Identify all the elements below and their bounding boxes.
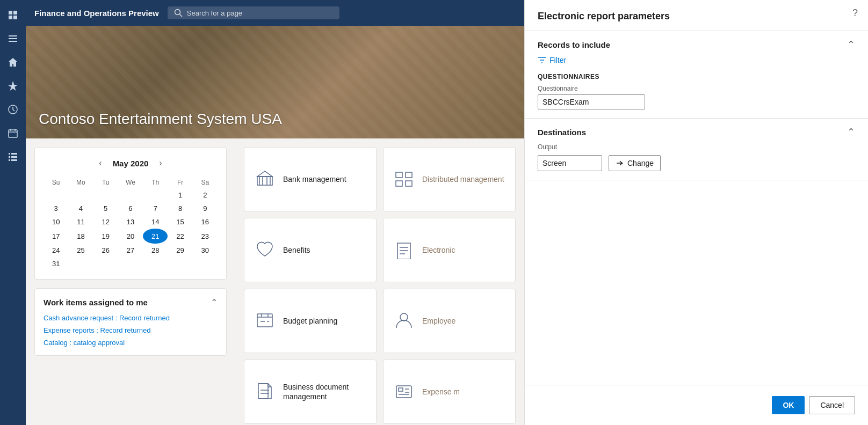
calendar-day[interactable]: 20 xyxy=(118,229,143,244)
nav-star-icon[interactable] xyxy=(2,75,24,97)
content-area: Contoso Entertainment System USA ‹ May 2… xyxy=(26,26,524,425)
tile-icon-electronic xyxy=(394,240,414,261)
tile-item[interactable]: Employee xyxy=(383,289,516,353)
svg-point-36 xyxy=(400,313,408,321)
tile-icon-benefits xyxy=(255,240,274,261)
calendar-day[interactable]: 29 xyxy=(168,244,192,257)
destinations-section: Destinations ⌃ Output Screen Change xyxy=(525,119,868,180)
right-panel: Electronic report parameters Records to … xyxy=(524,0,868,425)
tile-icon-budget xyxy=(255,311,274,332)
svg-rect-41 xyxy=(399,388,403,391)
main-area: Finance and Operations Preview Search fo… xyxy=(26,0,524,425)
search-box[interactable]: Search for a page xyxy=(168,6,339,19)
calendar-day[interactable]: 12 xyxy=(93,215,118,229)
calendar-day[interactable]: 5 xyxy=(93,202,118,215)
tile-item[interactable]: Business document management xyxy=(244,360,377,424)
calendar-day-header: Fr xyxy=(168,177,192,188)
tile-icon-document xyxy=(255,382,274,402)
svg-rect-25 xyxy=(396,181,402,186)
tile-item[interactable]: Expense m xyxy=(383,360,516,424)
change-icon xyxy=(616,159,624,167)
svg-rect-6 xyxy=(9,41,17,42)
calendar-next-btn[interactable]: › xyxy=(157,156,164,170)
work-item-link[interactable]: Cash advance request : Record returned xyxy=(44,314,218,322)
work-item-link[interactable]: Catalog : catalog approval xyxy=(44,339,218,347)
filter-button[interactable]: Filter xyxy=(538,56,566,64)
records-section-toggle[interactable]: ⌃ xyxy=(847,40,855,49)
tile-item[interactable]: Electronic xyxy=(383,218,516,282)
tile-label: Benefits xyxy=(283,245,310,255)
nav-calendar-icon[interactable] xyxy=(2,122,24,144)
calendar-day[interactable]: 28 xyxy=(143,244,168,257)
banner: Contoso Entertainment System USA xyxy=(26,26,524,138)
calendar-widget: ‹ May 2020 › SuMoTuWeThFrSa 123456789101… xyxy=(34,147,227,280)
records-section: Records to include ⌃ Filter QUESTIONNAIR… xyxy=(525,31,868,119)
calendar-day[interactable]: 31 xyxy=(44,257,68,270)
calendar-grid: SuMoTuWeThFrSa 1234567891011121314151617… xyxy=(44,177,218,270)
calendar-day[interactable]: 26 xyxy=(93,244,118,257)
calendar-day[interactable]: 1 xyxy=(168,188,192,202)
change-button[interactable]: Change xyxy=(609,155,661,171)
questionnaire-input[interactable] xyxy=(538,94,645,109)
calendar-day[interactable]: 16 xyxy=(193,215,218,229)
nav-list-icon[interactable] xyxy=(2,146,24,167)
panel-header: Electronic report parameters xyxy=(525,0,868,31)
help-icon[interactable]: ? xyxy=(847,4,864,21)
calendar-day[interactable]: 8 xyxy=(168,202,192,215)
calendar-day[interactable]: 15 xyxy=(168,215,192,229)
calendar-day[interactable]: 11 xyxy=(68,215,93,229)
calendar-day[interactable]: 30 xyxy=(193,244,218,257)
nav-hamburger-icon[interactable] xyxy=(2,28,24,49)
calendar-day[interactable]: 13 xyxy=(118,215,143,229)
calendar-day[interactable]: 24 xyxy=(44,244,68,257)
calendar-day-header: Sa xyxy=(193,177,218,188)
ok-button[interactable]: OK xyxy=(772,396,805,414)
calendar-day[interactable]: 4 xyxy=(68,202,93,215)
questionnaire-field-label: Questionnaire xyxy=(538,85,855,92)
svg-rect-31 xyxy=(257,314,272,327)
calendar-day[interactable]: 6 xyxy=(118,202,143,215)
svg-rect-1 xyxy=(13,11,17,14)
work-items-collapse-btn[interactable]: ⌃ xyxy=(211,297,218,307)
tile-item[interactable]: Budget planning xyxy=(244,289,377,353)
calendar-day[interactable]: 22 xyxy=(168,229,192,244)
calendar-day[interactable]: 14 xyxy=(143,215,168,229)
tile-item[interactable]: Benefits xyxy=(244,218,377,282)
calendar-day[interactable]: 17 xyxy=(44,229,68,244)
work-item-link[interactable]: Expense reports : Record returned xyxy=(44,326,218,334)
banner-title: Contoso Entertainment System USA xyxy=(39,111,282,128)
search-icon xyxy=(174,9,183,17)
nav-home-icon[interactable] xyxy=(2,52,24,73)
work-items-widget: Work items assigned to me ⌃ Cash advance… xyxy=(34,288,227,356)
calendar-day[interactable]: 7 xyxy=(143,202,168,215)
tile-item[interactable]: Distributed management xyxy=(383,147,516,211)
svg-rect-11 xyxy=(9,156,10,158)
calendar-header: ‹ May 2020 › xyxy=(44,156,218,170)
calendar-day[interactable]: 21 xyxy=(143,229,168,244)
calendar-day[interactable]: 10 xyxy=(44,215,68,229)
nav-grid-icon[interactable] xyxy=(2,4,24,26)
calendar-day[interactable]: 19 xyxy=(93,229,118,244)
cancel-button[interactable]: Cancel xyxy=(809,396,855,414)
svg-rect-14 xyxy=(11,159,17,161)
calendar-day[interactable]: 2 xyxy=(193,188,218,202)
calendar-day[interactable]: 23 xyxy=(193,229,218,244)
calendar-day[interactable]: 25 xyxy=(68,244,93,257)
calendar-day[interactable]: 18 xyxy=(68,229,93,244)
calendar-day[interactable]: 27 xyxy=(118,244,143,257)
work-items-header: Work items assigned to me ⌃ xyxy=(44,297,218,307)
tile-item[interactable]: Bank management xyxy=(244,147,377,211)
calendar-day[interactable]: 9 xyxy=(193,202,218,215)
tile-label: Expense m xyxy=(422,387,460,397)
nav-clock-icon[interactable] xyxy=(2,99,24,120)
calendar-day-header: Su xyxy=(44,177,68,188)
calendar-day[interactable]: 3 xyxy=(44,202,68,215)
svg-rect-10 xyxy=(11,153,17,155)
tile-icon-expense xyxy=(394,382,414,402)
tile-label: Business document management xyxy=(283,382,365,401)
panel-footer: OK Cancel xyxy=(525,385,868,425)
svg-rect-23 xyxy=(396,172,402,178)
destinations-section-toggle[interactable]: ⌃ xyxy=(847,127,855,137)
top-bar: Finance and Operations Preview Search fo… xyxy=(26,0,524,26)
calendar-prev-btn[interactable]: ‹ xyxy=(97,156,104,170)
